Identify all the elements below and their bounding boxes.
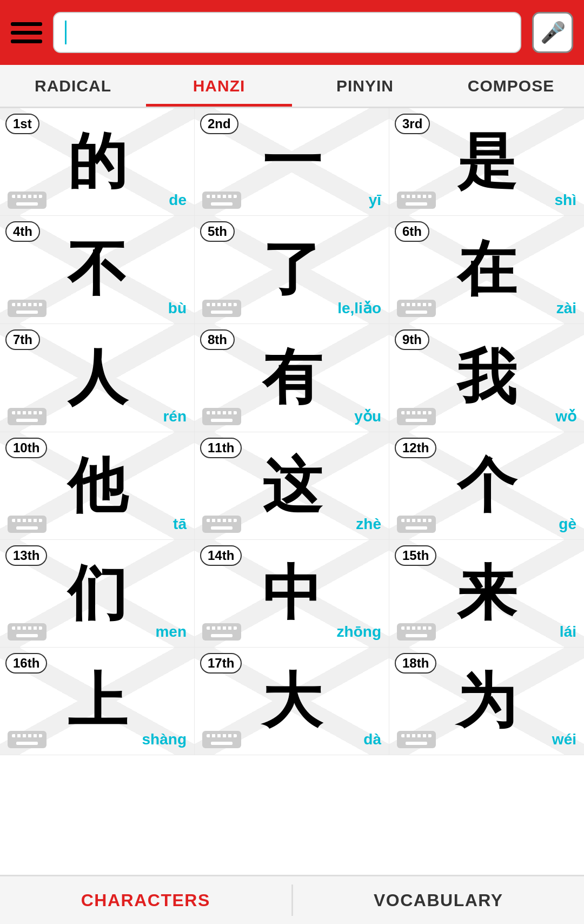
rank-badge: 6th [395,221,429,242]
pinyin-text: shàng [142,731,187,748]
pinyin-text: dà [363,731,381,748]
character-display: 人 [68,348,127,407]
keyboard-icon[interactable] [202,192,241,209]
char-cell[interactable]: 16th 上 shàng [0,648,195,755]
char-cell[interactable]: 1st 的 de [0,108,195,216]
char-cell[interactable]: 9th 我 wǒ [389,324,584,432]
char-cell[interactable]: 7th 人 rén [0,324,195,432]
char-cell[interactable]: 15th 来 lái [389,540,584,648]
keyboard-icon[interactable] [397,516,436,533]
keyboard-icon[interactable] [202,623,241,641]
rank-badge: 17th [200,653,242,674]
mic-button[interactable]: 🎤 [532,12,573,53]
keyboard-icon[interactable] [202,408,241,425]
char-cell[interactable]: 10th 他 tā [0,432,195,540]
nav-vocabulary[interactable]: VOCABULARY [293,876,585,924]
tab-compose[interactable]: COMPOSE [438,65,584,107]
char-bottom-row: de [5,192,189,209]
char-bottom-row: yī [200,192,383,209]
char-cell[interactable]: 13th 们 men [0,540,195,648]
character-display: 为 [457,671,516,731]
pinyin-text: le,liǎo [337,299,381,317]
char-bottom-row: le,liǎo [200,299,383,317]
tab-pinyin[interactable]: PINYIN [292,65,438,107]
char-bottom-row: gè [395,516,579,533]
char-cell[interactable]: 14th 中 zhōng [195,540,389,648]
pinyin-text: lái [560,623,576,641]
search-cursor [65,21,67,44]
character-display: 这 [262,456,322,516]
character-display: 一 [262,132,322,192]
character-display: 大 [262,671,322,731]
keyboard-icon[interactable] [8,408,47,425]
char-bottom-row: zhōng [200,623,383,641]
char-cell[interactable]: 2nd 一 yī [195,108,389,216]
char-bottom-row: lái [395,623,579,641]
tab-hanzi[interactable]: HANZI [146,65,292,107]
keyboard-icon[interactable] [397,300,436,317]
content-area: 1st 的 de 2nd 一 yī 3rd 是 shì 4th 不 [0,108,584,804]
char-bottom-row: dà [200,731,383,748]
keyboard-icon[interactable] [397,192,436,209]
character-display: 他 [68,456,127,516]
pinyin-text: yǒu [354,407,381,425]
char-bottom-row: wǒ [395,407,579,425]
bottom-nav: CHARACTERS VOCABULARY [0,875,584,924]
characters-grid: 1st 的 de 2nd 一 yī 3rd 是 shì 4th 不 [0,108,584,755]
pinyin-text: tā [173,516,187,533]
character-display: 在 [457,240,516,299]
char-cell[interactable]: 18th 为 wéi [389,648,584,755]
character-display: 我 [457,348,516,407]
character-display: 有 [262,348,322,407]
keyboard-icon[interactable] [397,623,436,641]
rank-badge: 11th [200,438,242,458]
rank-badge: 7th [5,329,40,350]
pinyin-text: wéi [552,731,576,748]
keyboard-icon[interactable] [8,731,47,748]
keyboard-icon[interactable] [8,300,47,317]
pinyin-text: zài [556,300,576,317]
char-cell[interactable]: 12th 个 gè [389,432,584,540]
char-bottom-row: zhè [200,516,383,533]
pinyin-text: bù [168,300,187,317]
nav-characters[interactable]: CHARACTERS [0,876,291,924]
keyboard-icon[interactable] [397,408,436,425]
character-display: 个 [457,456,516,516]
character-display: 是 [457,132,516,192]
char-cell[interactable]: 17th 大 dà [195,648,389,755]
char-bottom-row: bù [5,300,189,317]
rank-badge: 13th [5,545,47,566]
keyboard-icon[interactable] [202,300,241,317]
tab-radical[interactable]: RADICAL [0,65,146,107]
pinyin-text: zhōng [337,623,381,641]
keyboard-icon[interactable] [8,623,47,641]
char-cell[interactable]: 3rd 是 shì [389,108,584,216]
keyboard-icon[interactable] [202,516,241,533]
char-cell[interactable]: 11th 这 zhè [195,432,389,540]
rank-badge: 18th [395,653,436,674]
pinyin-text: rén [163,408,187,425]
menu-button[interactable] [11,22,42,43]
pinyin-text: yī [369,192,381,209]
keyboard-icon[interactable] [8,192,47,209]
char-cell[interactable]: 6th 在 zài [389,216,584,324]
tab-bar: RADICAL HANZI PINYIN COMPOSE [0,65,584,108]
char-cell[interactable]: 4th 不 bù [0,216,195,324]
char-cell[interactable]: 5th 了 le,liǎo [195,216,389,324]
pinyin-text: shì [555,192,576,209]
character-display: 来 [457,564,516,623]
char-bottom-row: wéi [395,731,579,748]
keyboard-icon[interactable] [397,731,436,748]
character-display: 上 [68,671,127,731]
keyboard-icon[interactable] [202,731,241,748]
char-bottom-row: men [5,623,189,641]
keyboard-icon[interactable] [8,516,47,533]
character-display: 中 [262,564,322,623]
rank-badge: 10th [5,438,47,458]
search-bar[interactable] [53,12,521,53]
mic-icon: 🎤 [540,21,566,44]
rank-badge: 14th [200,545,242,566]
char-cell[interactable]: 8th 有 yǒu [195,324,389,432]
pinyin-text: men [155,623,187,641]
char-bottom-row: zài [395,300,579,317]
